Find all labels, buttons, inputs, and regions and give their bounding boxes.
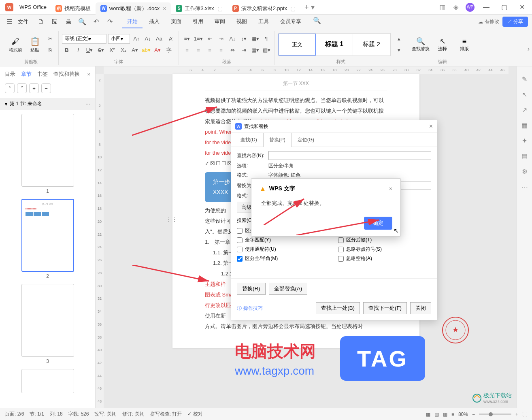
- bullets-icon[interactable]: ≡▾: [182, 34, 192, 44]
- style-h1[interactable]: 标题 1: [316, 34, 353, 55]
- dialog-tab-find[interactable]: 查找(D): [234, 133, 263, 147]
- select-button[interactable]: ↖选择: [432, 37, 453, 52]
- horizontal-ruler[interactable]: 6422468101214161820222426283032343638404…: [104, 66, 509, 74]
- print-icon[interactable]: 🖶: [63, 17, 74, 27]
- dialog-tab-replace[interactable]: 替换(P): [263, 133, 292, 147]
- menu-tab-reference[interactable]: 引用: [188, 15, 208, 28]
- paste-button[interactable]: 📋粘贴: [26, 32, 44, 57]
- sidebar-tab-find[interactable]: 查找和替换: [53, 70, 80, 78]
- style-up-icon[interactable]: ▴: [394, 34, 404, 44]
- zoom-in-icon[interactable]: +: [515, 411, 518, 417]
- alert-ok-button[interactable]: 确定: [364, 217, 392, 230]
- show-marks-icon[interactable]: ¶: [262, 34, 271, 44]
- redo-icon[interactable]: ↷: [104, 17, 115, 27]
- tab-close-icon[interactable]: ▢: [290, 5, 296, 12]
- sidebar-close-icon[interactable]: ×: [87, 71, 90, 77]
- style-down-icon[interactable]: ▾: [394, 45, 404, 55]
- fullscreen-icon[interactable]: ⛶: [522, 411, 527, 417]
- layout-icon[interactable]: ▥: [438, 3, 446, 11]
- section-header[interactable]: ▾ 第 1 节: 未命名: [0, 98, 95, 110]
- tab-excel-doc[interactable]: S 工作簿3.xlsx ▢: [171, 2, 227, 15]
- justify-icon[interactable]: ≡: [216, 45, 226, 55]
- bold-icon[interactable]: B: [62, 45, 72, 55]
- find-replace-button[interactable]: 🔍查找替换: [411, 37, 431, 52]
- style-h2[interactable]: 标题 2: [353, 34, 390, 55]
- font-family-select[interactable]: 等线 (正文) ▾: [62, 34, 106, 44]
- user-avatar[interactable]: WP: [466, 3, 475, 12]
- menu-tab-insert[interactable]: 插入: [144, 15, 164, 28]
- style-normal[interactable]: 正文: [279, 34, 316, 55]
- more-icon[interactable]: ⋯: [520, 182, 529, 191]
- zoom-out-icon[interactable]: −: [472, 411, 475, 417]
- status-words[interactable]: 字数: 526: [68, 411, 89, 418]
- vertical-ruler[interactable]: 2246810121416182022242628303234363840424…: [96, 74, 104, 408]
- change-case-icon[interactable]: Aa: [154, 34, 164, 44]
- underline-icon[interactable]: U▾: [85, 45, 94, 55]
- decrease-indent-icon[interactable]: ⇤: [205, 34, 215, 44]
- tab-ppt-doc[interactable]: P 演示文稿素材2.pptx ▢: [228, 2, 300, 15]
- zoom-slider[interactable]: [479, 414, 511, 415]
- fill-icon[interactable]: ▨▾: [262, 45, 271, 55]
- pencil-icon[interactable]: ✎: [520, 75, 529, 83]
- cut-icon[interactable]: ✂: [45, 34, 55, 44]
- find-next-button[interactable]: 查找下一处(F): [363, 302, 407, 314]
- numbering-icon[interactable]: 1≡▾: [194, 34, 203, 44]
- grow-font-icon[interactable]: A↑: [132, 34, 141, 44]
- align-right-icon[interactable]: ≡: [205, 45, 215, 55]
- share-button[interactable]: ↗ 分享: [502, 17, 528, 27]
- replace-button[interactable]: 替换(R): [237, 283, 266, 295]
- assets-icon[interactable]: ▦: [520, 121, 529, 130]
- check-punct[interactable]: 忽略标点符号(S): [338, 246, 431, 253]
- status-section[interactable]: 节: 1/1: [30, 411, 44, 418]
- share-icon[interactable]: ↗: [520, 105, 529, 114]
- tab-close-icon[interactable]: ×: [163, 5, 166, 12]
- dialog-close-icon[interactable]: ×: [429, 123, 433, 130]
- menu-tab-review[interactable]: 审阅: [210, 15, 230, 28]
- line-spacing-icon[interactable]: ↕▾: [239, 34, 249, 44]
- tab-template[interactable]: 稻 找稻壳模板: [51, 2, 96, 15]
- undo-icon[interactable]: ↶: [91, 17, 101, 27]
- shading-icon[interactable]: ▦▾: [250, 34, 260, 44]
- view-web-icon[interactable]: ▥: [443, 411, 447, 417]
- sidebar-tab-bookmarks[interactable]: 书签: [37, 70, 48, 78]
- highlight-icon[interactable]: ab▾: [141, 45, 151, 55]
- new-icon[interactable]: 🗋: [36, 17, 46, 27]
- hamburger-icon[interactable]: ☰: [4, 17, 15, 27]
- sidebar-add-icon[interactable]: +: [29, 83, 39, 93]
- sidebar-tab-toc[interactable]: 目录: [5, 70, 15, 78]
- check-space[interactable]: 忽略空格(A): [338, 255, 431, 262]
- menu-tab-page[interactable]: 页面: [166, 15, 186, 28]
- view-print-icon[interactable]: ▦: [426, 411, 430, 417]
- menu-tab-tools[interactable]: 工具: [253, 15, 274, 28]
- cursor-icon[interactable]: ↖: [520, 90, 529, 99]
- close-window-button[interactable]: ✕: [516, 1, 528, 13]
- superscript-icon[interactable]: X²: [107, 45, 117, 55]
- strike-icon[interactable]: S̶▾: [96, 45, 106, 55]
- modified-indicator[interactable]: ☁有修改: [478, 18, 499, 25]
- book-icon[interactable]: ▤: [520, 151, 529, 160]
- page-thumbnail[interactable]: 第一节 XXX ■■■■■■■■■: [21, 199, 74, 272]
- dialog-titlebar[interactable]: W 查找和替换 ×: [231, 120, 437, 133]
- zoom-level[interactable]: 80%: [458, 411, 468, 417]
- align-center-icon[interactable]: ≡: [194, 45, 203, 55]
- sidebar-tab-sections[interactable]: 章节: [21, 70, 32, 78]
- tab-close-icon[interactable]: ▢: [217, 5, 223, 12]
- increase-indent-icon[interactable]: ⇥: [216, 34, 226, 44]
- file-menu[interactable]: 文件: [15, 18, 32, 26]
- text-effect-icon[interactable]: A▾: [130, 45, 140, 55]
- tips-link[interactable]: ⓘ 操作技巧: [237, 305, 263, 312]
- menu-tab-vip[interactable]: 会员专享: [275, 15, 306, 28]
- search-icon[interactable]: 🔍: [312, 15, 322, 26]
- font-color-icon[interactable]: A▾: [153, 45, 162, 55]
- distribute-icon[interactable]: ⇔: [228, 45, 237, 55]
- style-gallery[interactable]: 正文 标题 1 标题 2: [278, 33, 391, 56]
- status-proof[interactable]: ✓ 校对: [187, 411, 202, 418]
- view-read-icon[interactable]: ▤: [434, 411, 439, 417]
- view-outline-icon[interactable]: ≡: [451, 411, 454, 417]
- copy-icon[interactable]: ⎘: [45, 45, 55, 55]
- align-left-icon[interactable]: ≡: [182, 45, 192, 55]
- drag-handle-icon[interactable]: ⋮⋮: [166, 216, 177, 223]
- menu-tab-start[interactable]: 开始: [122, 15, 143, 28]
- font-size-select[interactable]: 小四 ▾: [108, 34, 130, 44]
- status-page[interactable]: 页面: 2/6: [5, 411, 24, 418]
